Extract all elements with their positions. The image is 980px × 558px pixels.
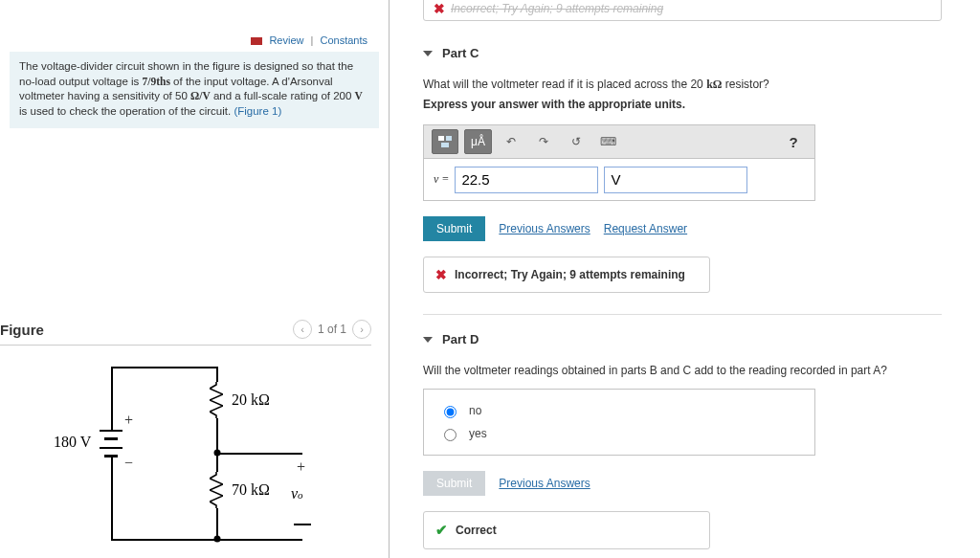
request-answer-link[interactable]: Request Answer <box>604 222 687 235</box>
part-d-options: no yes <box>423 389 815 456</box>
figure-title: Figure <box>0 322 44 338</box>
question-text: resistor? <box>722 78 768 91</box>
clipped-feedback-top: ✖ Incorrect; Try Again; 9 attempts remai… <box>423 0 942 21</box>
option-yes[interactable]: yes <box>439 422 799 445</box>
figure-page-indicator: 1 of 1 <box>318 323 346 336</box>
part-c-actions: Submit Previous Answers Request Answer <box>423 216 942 241</box>
problem-statement: The voltage-divider circuit shown in the… <box>10 52 379 128</box>
svg-rect-0 <box>438 136 444 141</box>
undo-button[interactable]: ↶ <box>498 129 524 154</box>
circuit-diagram: + − 180 V 20 kΩ 70 kΩ + vo <box>92 367 341 558</box>
part-c-header[interactable]: Part C <box>423 46 942 60</box>
left-pane: Review | Constants The voltage-divider c… <box>0 0 389 558</box>
plus-sign: + <box>124 412 133 429</box>
prev-figure-button[interactable]: ‹ <box>293 320 312 339</box>
option-no[interactable]: no <box>439 399 799 422</box>
part-d: Part D Will the voltmeter readings obtai… <box>423 332 942 549</box>
flag-icon <box>251 37 262 45</box>
problem-text: is used to check the operation of the ci… <box>19 105 234 117</box>
review-links-row: Review | Constants <box>0 0 389 52</box>
radio-no[interactable] <box>444 406 457 418</box>
figure-header: Figure ‹ 1 of 1 › <box>0 320 371 346</box>
part-c-title: Part C <box>442 46 479 60</box>
submit-button-disabled: Submit <box>423 471 485 496</box>
equals-label: v = <box>434 172 449 187</box>
answer-toolbar: μÅ ↶ ↷ ↺ ⌨ ? <box>423 124 815 159</box>
part-d-actions: Submit Previous Answers <box>423 471 942 496</box>
part-c-feedback: ✖ Incorrect; Try Again; 9 attempts remai… <box>423 257 710 293</box>
previous-answers-link[interactable]: Previous Answers <box>499 477 590 490</box>
resistor-r1 <box>210 382 223 418</box>
units-button[interactable]: μÅ <box>464 129 492 154</box>
previous-answers-link[interactable]: Previous Answers <box>499 222 590 235</box>
answer-widget: μÅ ↶ ↷ ↺ ⌨ ? v = <box>423 124 815 201</box>
check-icon: ✔ <box>435 522 448 539</box>
svg-rect-2 <box>441 143 449 147</box>
feedback-text: Incorrect; Try Again; 9 attempts remaini… <box>455 268 685 281</box>
figure-pagination: ‹ 1 of 1 › <box>293 320 371 339</box>
r2-label: 70 kΩ <box>232 481 270 499</box>
x-icon: ✖ <box>434 1 445 16</box>
vo-label: vo <box>291 485 303 502</box>
templates-icon[interactable] <box>432 129 458 154</box>
problem-fraction: 7/9ths <box>143 76 170 87</box>
vo-plus: + <box>297 458 305 476</box>
reset-button[interactable]: ↺ <box>563 129 590 154</box>
kohm-symbol: kΩ <box>706 78 722 91</box>
constants-link[interactable]: Constants <box>320 34 368 46</box>
submit-button[interactable]: Submit <box>423 216 485 241</box>
next-figure-button[interactable]: › <box>352 320 371 339</box>
part-d-title: Part D <box>442 332 479 346</box>
section-divider <box>423 314 942 315</box>
radio-yes[interactable] <box>444 429 457 441</box>
review-link[interactable]: Review <box>269 34 303 46</box>
part-d-feedback: ✔ Correct <box>423 511 710 549</box>
right-pane: ✖ Incorrect; Try Again; 9 attempts remai… <box>389 0 980 558</box>
part-d-header[interactable]: Part D <box>423 332 942 346</box>
help-button[interactable]: ? <box>780 129 807 154</box>
answer-value-input[interactable] <box>455 167 598 193</box>
keyboard-button[interactable]: ⌨ <box>595 129 622 154</box>
answer-unit-input[interactable] <box>604 167 747 193</box>
option-no-label: no <box>469 404 481 417</box>
caret-down-icon <box>423 51 433 56</box>
part-c-instruction: Express your answer with the appropriate… <box>423 98 942 111</box>
separator: | <box>311 34 314 46</box>
problem-ohm-per-volt: Ω/V <box>190 90 211 101</box>
caret-down-icon <box>423 337 433 343</box>
minus-sign: − <box>124 455 133 472</box>
r1-label: 20 kΩ <box>232 391 270 409</box>
problem-V: V <box>355 90 363 101</box>
figure-link[interactable]: (Figure 1) <box>234 105 281 117</box>
option-yes-label: yes <box>469 427 487 440</box>
answer-row: v = <box>423 159 815 201</box>
problem-text: and a full-scale rating of 200 <box>211 90 355 101</box>
source-voltage-label: 180 V <box>54 434 91 451</box>
part-c-question: What will the voltmeter read if it is pl… <box>423 78 942 92</box>
resistor-r2 <box>210 472 223 508</box>
redo-button[interactable]: ↷ <box>530 129 557 154</box>
feedback-text: Correct <box>456 524 497 537</box>
part-c: Part C What will the voltmeter read if i… <box>423 46 942 293</box>
x-icon: ✖ <box>435 267 447 282</box>
question-text: What will the voltmeter read if it is pl… <box>423 78 706 91</box>
clipped-text: Incorrect; Try Again; 9 attempts remaini… <box>451 2 663 15</box>
part-d-question: Will the voltmeter readings obtained in … <box>423 364 942 377</box>
svg-rect-1 <box>446 136 452 141</box>
